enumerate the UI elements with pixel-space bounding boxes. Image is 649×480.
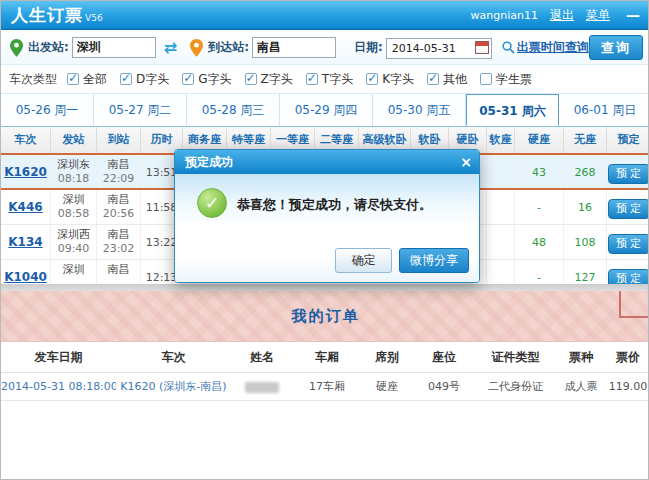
check-icon: ✓ — [68, 71, 78, 85]
order-price: 119.00 — [606, 373, 649, 400]
minimize-button[interactable]: — — [626, 7, 640, 23]
to-station: 南昌 — [97, 193, 140, 207]
arr-time: 22:09 — [97, 172, 140, 186]
check-icon: ✓ — [246, 71, 256, 85]
seat-count: 127 — [575, 271, 596, 284]
order-train: K1620 (深圳东-南昌) — [116, 373, 231, 400]
tab-date-0531[interactable]: 05-31 周六 — [466, 94, 559, 126]
duration: 11:58 — [146, 201, 178, 214]
query-button[interactable]: 查询 — [589, 35, 643, 60]
order-id-type: 二代身份证 — [475, 373, 556, 400]
book-button[interactable]: 预 定 — [608, 164, 649, 184]
col-from: 发站 — [51, 127, 97, 153]
date-field — [386, 37, 492, 59]
tab-date-0527[interactable]: 05-27 周二 — [94, 94, 187, 126]
checkbox-d-trains[interactable]: ✓ D字头 — [120, 71, 169, 88]
from-station: 深圳 — [51, 263, 96, 277]
col-price: 票价 — [606, 342, 649, 372]
depart-label: 出发站: — [28, 39, 69, 56]
orders-banner: 我的订单 — [1, 291, 649, 342]
ticket-time-query-link[interactable]: 出票时间查询 — [517, 39, 589, 56]
logout-link[interactable]: 退出 — [550, 7, 574, 24]
checkbox-all[interactable]: ✓ 全部 — [67, 71, 107, 88]
ok-button[interactable]: 确定 — [335, 248, 392, 273]
order-row[interactable]: 2014-05-31 08:18:00 K1620 (深圳东-南昌) 17车厢 … — [1, 373, 649, 401]
arr-time: 23:02 — [97, 242, 140, 256]
dep-time: 08:18 — [51, 172, 96, 186]
col-seat-no: 座位 — [413, 342, 475, 372]
arrive-label: 到达站: — [208, 39, 249, 56]
arrive-input[interactable] — [252, 37, 336, 58]
search-bar: 出发站: ⇄ 到达站: 日期: 出票时间查询 查询 — [1, 31, 649, 65]
close-icon[interactable]: × — [460, 155, 472, 169]
col-depart-date: 发车日期 — [1, 342, 116, 372]
dep-time: 09:40 — [51, 242, 96, 256]
check-icon: ✓ — [428, 71, 438, 85]
depart-pin-icon — [10, 39, 23, 57]
col-hard-seat: 硬座 — [515, 127, 564, 153]
search-icon — [502, 41, 515, 54]
checkbox-k-trains[interactable]: ✓ K字头 — [366, 71, 414, 88]
tab-date-0601[interactable]: 06-01 周日 — [559, 94, 649, 126]
seat-count: 48 — [532, 236, 546, 249]
checkbox-label: D字头 — [136, 71, 169, 88]
weibo-share-button[interactable]: 微博分享 — [399, 248, 469, 273]
from-station: 深圳东 — [51, 158, 96, 172]
seat-count: - — [537, 271, 541, 284]
swap-stations-icon[interactable]: ⇄ — [164, 38, 177, 57]
col-carriage: 车厢 — [293, 342, 361, 372]
checkbox-icon[interactable]: ✓ — [120, 73, 132, 85]
tab-date-0530[interactable]: 05-30 周五 — [373, 94, 466, 126]
app-title: 人生订票 — [11, 4, 83, 27]
checkbox-icon[interactable]: ✓ — [366, 73, 378, 85]
checkbox-icon[interactable]: ✓ — [306, 73, 318, 85]
checkbox-icon[interactable]: ✓ — [427, 73, 439, 85]
book-button[interactable]: 预 定 — [608, 234, 649, 254]
book-button[interactable]: 预 定 — [608, 199, 649, 219]
checkbox-g-trains[interactable]: ✓ G字头 — [182, 71, 231, 88]
col-no-seat: 无座 — [564, 127, 607, 153]
to-station: 南昌 — [97, 263, 140, 277]
order-depart-datetime: 2014-05-31 08:18:00 — [1, 373, 116, 400]
train-type-filter: 车次类型 ✓ 全部 ✓ D字头 ✓ G字头 ✓ Z字头 ✓ T字头 ✓ K字头 … — [1, 65, 649, 93]
col-train: 车次 — [1, 127, 51, 153]
check-icon: ✓ — [307, 71, 317, 85]
calendar-icon[interactable] — [475, 41, 489, 54]
check-icon: ✓ — [121, 71, 131, 85]
tab-date-0526[interactable]: 05-26 周一 — [1, 94, 94, 126]
from-station: 深圳西 — [51, 228, 96, 242]
checkbox-icon[interactable]: ✓ — [182, 73, 194, 85]
train-number-link[interactable]: K1620 — [4, 165, 47, 179]
seat-count: 108 — [575, 236, 596, 249]
tab-date-0529[interactable]: 05-29 周四 — [280, 94, 373, 126]
banner-corner-decoration — [619, 291, 649, 318]
duration: 13:51 — [146, 166, 178, 179]
train-number-link[interactable]: K134 — [8, 235, 42, 249]
duration: 13:22 — [146, 236, 178, 249]
train-number-link[interactable]: K446 — [8, 200, 42, 214]
checkbox-label: 全部 — [83, 71, 107, 88]
checkbox-icon[interactable]: ✓ — [245, 73, 257, 85]
depart-input[interactable] — [72, 37, 156, 58]
section-divider — [1, 284, 649, 291]
tab-date-0528[interactable]: 05-28 周三 — [187, 94, 280, 126]
checkbox-label: Z字头 — [261, 71, 293, 88]
menu-link[interactable]: 菜单 — [586, 7, 610, 24]
checkbox-label: T字头 — [322, 71, 353, 88]
order-carriage: 17车厢 — [293, 373, 361, 400]
order-passenger-name — [231, 373, 293, 400]
checkbox-label: K字头 — [382, 71, 414, 88]
checkbox-icon[interactable]: ✓ — [67, 73, 79, 85]
checkbox-icon[interactable]: ✓ — [480, 73, 492, 85]
train-number-link[interactable]: K1040 — [4, 270, 47, 284]
checkbox-z-trains[interactable]: ✓ Z字头 — [245, 71, 293, 88]
date-tab-bar: 05-26 周一 05-27 周二 05-28 周三 05-29 周四 05-3… — [1, 93, 649, 127]
checkbox-other-trains[interactable]: ✓ 其他 — [427, 71, 467, 88]
col-soft-seat: 软座 — [487, 127, 515, 153]
checkbox-t-trains[interactable]: ✓ T字头 — [306, 71, 353, 88]
redacted-name — [245, 382, 279, 393]
col-to: 到站 — [97, 127, 141, 153]
duration: 12:13 — [146, 271, 178, 284]
checkbox-label: 其他 — [443, 71, 467, 88]
checkbox-student-ticket[interactable]: ✓ 学生票 — [480, 71, 532, 88]
